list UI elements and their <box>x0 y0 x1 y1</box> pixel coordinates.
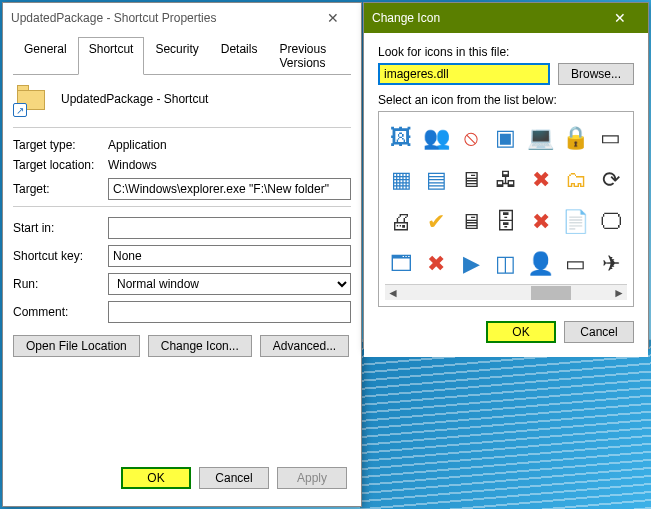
run-label: Run: <box>13 277 108 291</box>
select-icon-label: Select an icon from the list below: <box>378 93 634 107</box>
icon-choice[interactable]: 🖥 <box>455 160 488 200</box>
icon-choice[interactable]: ◫ <box>490 244 523 284</box>
icon-choice[interactable]: 🖥 <box>455 202 488 242</box>
icon-choice[interactable]: ▣ <box>490 118 523 158</box>
icon-grid-scrollbar[interactable]: ◄ ► <box>385 284 627 300</box>
icon-choice[interactable]: 🗂 <box>559 160 592 200</box>
start-in-input[interactable] <box>108 217 351 239</box>
icon-choice[interactable]: ✈ <box>594 244 627 284</box>
close-icon[interactable]: ✕ <box>600 3 640 33</box>
icon-choice[interactable]: ✖ <box>420 244 453 284</box>
icon-choice[interactable]: 💻 <box>524 118 557 158</box>
icon-choice[interactable]: ✖ <box>524 160 557 200</box>
properties-title: UpdatedPackage - Shortcut Properties <box>11 11 313 25</box>
tab-details[interactable]: Details <box>210 37 269 74</box>
icon-choice[interactable]: ▦ <box>385 160 418 200</box>
icon-choice[interactable]: ✖ <box>524 202 557 242</box>
icon-choice[interactable]: 🖨 <box>385 202 418 242</box>
icon-choice[interactable]: ▭ <box>594 118 627 158</box>
advanced-button[interactable]: Advanced... <box>260 335 349 357</box>
shortcut-name: UpdatedPackage - Shortcut <box>61 92 208 106</box>
icon-path-input[interactable] <box>378 63 550 85</box>
target-type-value: Application <box>108 138 167 152</box>
tab-security[interactable]: Security <box>144 37 209 74</box>
icon-choice[interactable]: ⟳ <box>594 160 627 200</box>
scroll-left-icon[interactable]: ◄ <box>385 286 401 300</box>
ok-button[interactable]: OK <box>121 467 191 489</box>
target-label: Target: <box>13 182 108 196</box>
comment-input[interactable] <box>108 301 351 323</box>
desktop-wallpaper <box>360 339 651 509</box>
target-location-value: Windows <box>108 158 157 172</box>
folder-shortcut-icon: ↗ <box>17 85 49 113</box>
start-in-label: Start in: <box>13 221 108 235</box>
divider <box>13 206 351 207</box>
properties-window: UpdatedPackage - Shortcut Properties ✕ G… <box>2 2 362 507</box>
icon-choice[interactable]: ▶ <box>455 244 488 284</box>
close-icon[interactable]: ✕ <box>313 3 353 33</box>
icon-choice[interactable]: 🖵 <box>594 202 627 242</box>
change-icon-buttons: OK Cancel <box>378 321 634 343</box>
open-file-location-button[interactable]: Open File Location <box>13 335 140 357</box>
tab-shortcut[interactable]: Shortcut <box>78 37 145 75</box>
icon-choice[interactable]: 🖧 <box>490 160 523 200</box>
browse-button[interactable]: Browse... <box>558 63 634 85</box>
tab-previous-versions[interactable]: Previous Versions <box>268 37 351 74</box>
icon-choice[interactable]: 🖼 <box>385 118 418 158</box>
shortcut-key-input[interactable] <box>108 245 351 267</box>
tab-general[interactable]: General <box>13 37 78 74</box>
icon-choice[interactable]: ▭ <box>559 244 592 284</box>
run-select[interactable]: Normal window <box>108 273 351 295</box>
cancel-button[interactable]: Cancel <box>564 321 634 343</box>
dialog-buttons: OK Cancel Apply <box>13 467 351 489</box>
change-icon-titlebar[interactable]: Change Icon ✕ <box>364 3 648 33</box>
target-type-label: Target type: <box>13 138 108 152</box>
ok-button[interactable]: OK <box>486 321 556 343</box>
scroll-right-icon[interactable]: ► <box>611 286 627 300</box>
change-icon-window: Change Icon ✕ Look for icons in this fil… <box>363 2 649 349</box>
comment-label: Comment: <box>13 305 108 319</box>
shortcut-header: ↗ UpdatedPackage - Shortcut <box>17 85 351 113</box>
apply-button[interactable]: Apply <box>277 467 347 489</box>
icon-choice[interactable]: ⦸ <box>455 118 488 158</box>
properties-titlebar[interactable]: UpdatedPackage - Shortcut Properties ✕ <box>3 3 361 33</box>
shortcut-key-label: Shortcut key: <box>13 249 108 263</box>
icon-choice[interactable]: 👤 <box>524 244 557 284</box>
tabs: General Shortcut Security Details Previo… <box>13 37 351 75</box>
icon-grid: 🖼👥⦸▣💻🔒▭▦▤🖥🖧✖🗂⟳🖨✔🖥🗄✖📄🖵🗔✖▶◫👤▭✈ ◄ ► <box>378 111 634 307</box>
cancel-button[interactable]: Cancel <box>199 467 269 489</box>
icon-choice[interactable]: 🔒 <box>559 118 592 158</box>
icon-choice[interactable]: 👥 <box>420 118 453 158</box>
target-input[interactable] <box>108 178 351 200</box>
look-for-icons-label: Look for icons in this file: <box>378 45 634 59</box>
icon-choice[interactable]: ▤ <box>420 160 453 200</box>
target-location-label: Target location: <box>13 158 108 172</box>
icon-choice[interactable]: 📄 <box>559 202 592 242</box>
icon-choice[interactable]: 🗔 <box>385 244 418 284</box>
action-buttons: Open File Location Change Icon... Advanc… <box>13 335 351 357</box>
scroll-thumb[interactable] <box>531 286 571 300</box>
icon-choice[interactable]: 🗄 <box>490 202 523 242</box>
change-icon-button[interactable]: Change Icon... <box>148 335 252 357</box>
icon-choice[interactable]: ✔ <box>420 202 453 242</box>
divider <box>13 127 351 128</box>
change-icon-title: Change Icon <box>372 11 600 25</box>
